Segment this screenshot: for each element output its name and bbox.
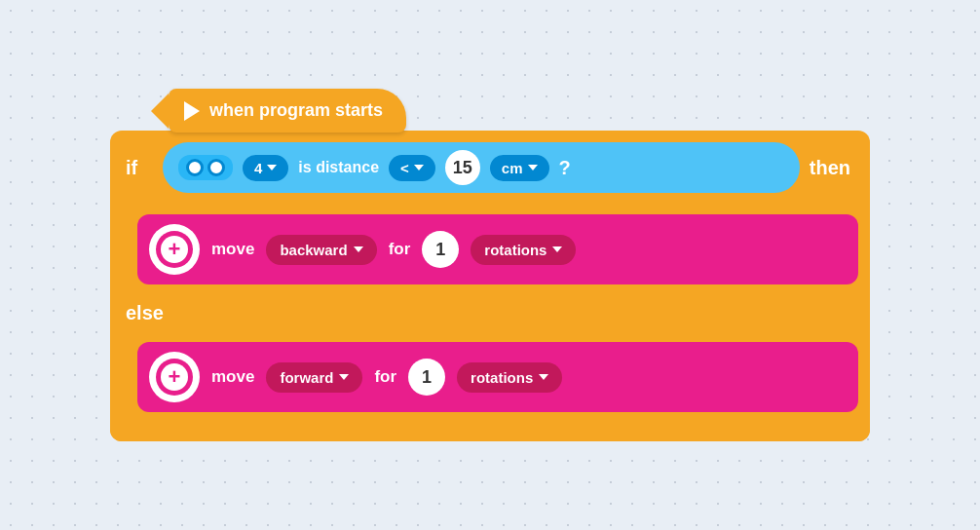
distance-value[interactable]: 15 [445,150,480,185]
bottom-cap [110,422,870,441]
unit-value: cm [502,160,523,176]
is-distance-text: is distance [298,159,379,176]
motor-gear-2 [161,363,188,391]
sensor-eye-left [186,159,204,176]
then-rotations-dropdown[interactable]: rotations [471,235,576,265]
else-row: else [110,294,870,332]
if-else-block: if 4 is distance < [110,131,870,441]
scratch-canvas: when program starts if 4 is distance [91,69,889,461]
then-move-label: move [211,240,254,259]
operator-dropdown[interactable]: < [389,155,435,181]
sensor-eye-right [207,159,225,176]
then-rotations-value: rotations [484,242,547,258]
else-move-block: move forward for 1 rotations [137,342,858,412]
sensor-icon [178,155,233,180]
else-move-label: move [211,367,254,387]
else-for-label: for [374,367,396,387]
then-rotations-arrow-icon [552,246,562,252]
if-row: if 4 is distance < [110,131,870,205]
then-direction-value: backward [280,242,347,258]
if-label: if [126,157,153,179]
else-direction-arrow-icon [339,374,349,380]
port-dropdown[interactable]: 4 [243,155,288,181]
motor-inner [156,231,193,268]
then-label: then [810,157,850,179]
start-block: when program starts [169,89,406,132]
question-mark: ? [559,157,571,179]
port-arrow-icon [267,165,277,170]
else-rotations-arrow-icon [539,374,548,380]
else-direction-dropdown[interactable]: forward [266,362,362,393]
then-direction-dropdown[interactable]: backward [266,235,376,265]
else-count-value[interactable]: 1 [408,359,445,396]
operator-value: < [400,160,409,176]
play-icon [184,101,200,121]
else-direction-value: forward [280,369,333,386]
unit-arrow-icon [528,165,538,170]
start-label: when program starts [209,100,383,121]
motor-inner-2 [156,359,193,396]
else-rotations-value: rotations [471,369,533,386]
unit-dropdown[interactable]: cm [490,155,549,181]
then-direction-arrow-icon [354,246,363,252]
else-rotations-dropdown[interactable]: rotations [457,362,562,393]
motor-icon [149,224,200,275]
then-move-block: move backward for 1 rotations [137,214,858,284]
motor-gear [161,236,188,263]
condition-block: 4 is distance < 15 cm ? [163,142,800,193]
then-count-value[interactable]: 1 [422,231,459,268]
else-label: else [126,302,164,323]
operator-arrow-icon [414,165,424,170]
port-value: 4 [254,160,262,176]
else-content: move forward for 1 rotations [110,332,870,422]
motor-icon-2 [149,352,200,402]
then-for-label: for [389,240,411,259]
then-content: move backward for 1 rotations [110,205,870,294]
